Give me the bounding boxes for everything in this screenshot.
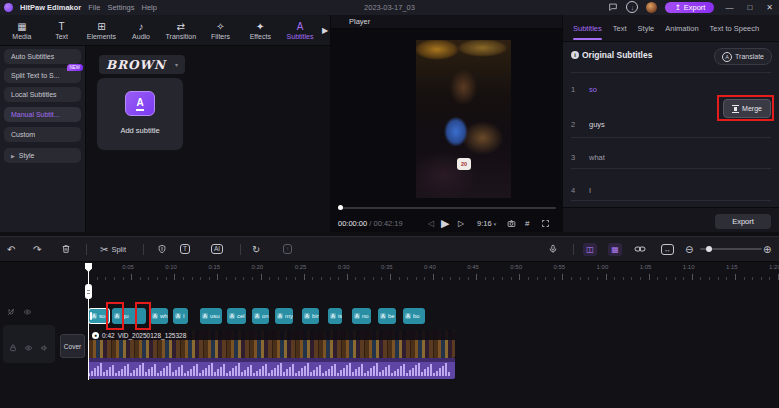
subtitle-clip[interactable]: Ais (328, 308, 342, 324)
video-clip-label[interactable]: ● 0:42 VID_20250128_125328 (88, 330, 455, 340)
panel-footer: Export (563, 207, 779, 232)
auto-snap-icon[interactable]: ▦ (608, 237, 622, 261)
menu-file[interactable]: File (88, 3, 100, 12)
tab-text-to-speech[interactable]: Text to Speech (710, 17, 760, 40)
subtitle-clip[interactable]: Amy (275, 308, 293, 324)
step-back-icon[interactable]: ◁ (428, 219, 434, 228)
ruler-tick (580, 277, 581, 280)
maximize-icon[interactable]: □ (744, 3, 755, 12)
replay-icon[interactable]: ↻ (252, 237, 260, 261)
user-avatar[interactable] (646, 2, 657, 13)
zoom-out-icon[interactable]: ⊖ (685, 237, 693, 261)
mask-icon[interactable] (157, 237, 167, 261)
zoom-slider[interactable] (700, 248, 762, 250)
titlebar: HitPaw Edimakor File Settings Help 2023-… (0, 0, 779, 15)
eye-icon[interactable] (23, 308, 32, 316)
subtitle-clip[interactable]: Acel (227, 308, 246, 324)
lock-icon[interactable] (9, 344, 17, 352)
tab-text[interactable]: Text (613, 17, 627, 40)
preset-dropdown[interactable]: BROWN ▾ (99, 55, 185, 74)
ribbon-tab-transition[interactable]: ⇄Transition (161, 21, 201, 40)
ruler-label: 0:55 (553, 264, 565, 270)
play-icon[interactable]: ▶ (441, 217, 449, 230)
sidebar-item-local-subtitles[interactable]: Local Subtitles (4, 87, 81, 102)
subtitle-clip[interactable]: Agu (112, 308, 146, 324)
subtitle-row-2[interactable]: 2guys (571, 115, 771, 133)
export-button-top[interactable]: ↥Export (665, 2, 714, 13)
fit-timeline-icon[interactable]: ↔ (661, 237, 674, 261)
clip-audio-icon[interactable]: ● (92, 332, 99, 339)
sidebar-item-split-text[interactable]: Split Text to S...NEW (4, 68, 81, 83)
ribbon-tab-text[interactable]: TText (42, 21, 82, 40)
subtitle-clip[interactable]: Ano (352, 308, 371, 324)
subtitle-clip[interactable]: Abo (403, 308, 425, 324)
eye-icon[interactable] (24, 344, 33, 352)
redo-icon[interactable]: ↷ (33, 237, 41, 261)
video-preview[interactable]: 20 (416, 40, 511, 198)
subtitle-clip[interactable]: Awh (150, 308, 168, 324)
undo-icon[interactable]: ↶ (7, 237, 15, 261)
cover-button[interactable]: Cover (60, 334, 85, 358)
sidebar-item-style[interactable]: ▶Style (4, 148, 81, 163)
subtitle-row-1[interactable]: 1so (571, 80, 771, 98)
close-icon[interactable]: ✕ (763, 3, 776, 12)
snapshot-icon[interactable] (507, 219, 516, 228)
link-icon[interactable] (634, 237, 646, 261)
subtitle-clip[interactable]: Abir (302, 308, 319, 324)
translate-button[interactable]: A Translate (714, 48, 772, 65)
zoom-slider-thumb[interactable] (706, 246, 712, 252)
audio-waveform[interactable] (88, 358, 455, 379)
grid-icon[interactable]: # (525, 219, 529, 228)
text-box-icon[interactable]: T (180, 237, 190, 261)
ribbon-tab-elements[interactable]: ⊞Elements (81, 21, 121, 40)
sidebar-item-auto-subtitles[interactable]: Auto Subtitles (4, 49, 81, 64)
waveform-bar (148, 369, 150, 376)
subtitle-clip[interactable]: Aso (88, 308, 110, 324)
playhead-line[interactable] (88, 263, 89, 380)
ai-caption-icon[interactable]: AI (211, 237, 223, 261)
subtitle-clip[interactable]: Ausu (200, 308, 222, 324)
fullscreen-icon[interactable] (541, 219, 550, 228)
zoom-in-icon[interactable]: ⊕ (763, 237, 771, 261)
sidebar-item-custom[interactable]: Custom (4, 127, 81, 142)
magnet-icon[interactable] (7, 308, 15, 316)
menu-settings[interactable]: Settings (107, 3, 134, 12)
subtitle-clip[interactable]: Abe (378, 308, 396, 324)
download-icon[interactable]: ↓ (626, 1, 638, 13)
subtitle-clip[interactable]: Aon (252, 308, 269, 324)
upload-icon[interactable]: ↑ (283, 237, 292, 261)
minimize-icon[interactable]: — (722, 3, 736, 12)
aspect-ratio-dropdown[interactable]: 9:16 ▾ (477, 219, 496, 228)
delete-icon[interactable] (61, 237, 71, 261)
microphone-icon[interactable] (548, 237, 558, 261)
ribbon-expand-icon[interactable]: ▶ (322, 26, 328, 35)
ribbon-tab-media[interactable]: ▦Media (2, 21, 42, 40)
ribbon-tab-subtitles[interactable]: ASubtitles (280, 21, 320, 40)
tab-subtitles[interactable]: Subtitles (573, 17, 602, 40)
export-button[interactable]: Export (715, 214, 771, 229)
tab-animation[interactable]: Animation (665, 17, 698, 40)
sidebar-item-manual-subtitles[interactable]: Manual Subtit... (4, 107, 81, 122)
subtitle-row-3[interactable]: 3what (571, 148, 771, 166)
split-button[interactable]: ✂Split (100, 237, 126, 261)
player-seekbar[interactable] (338, 207, 556, 209)
link-off-icon[interactable]: ◫ (583, 237, 597, 261)
ribbon-tab-effects[interactable]: ✦Effects (240, 21, 280, 40)
waveform-bar (175, 370, 177, 376)
seekbar-thumb[interactable] (338, 205, 343, 210)
feedback-icon[interactable] (608, 2, 618, 12)
ribbon-tab-filters[interactable]: ✧Filters (201, 21, 241, 40)
ruler-tick (416, 277, 417, 280)
ribbon-tab-audio[interactable]: ♪Audio (121, 21, 161, 40)
menu-help[interactable]: Help (141, 3, 156, 12)
step-forward-icon[interactable]: ▷ (458, 219, 464, 228)
tab-style[interactable]: Style (638, 17, 655, 40)
timeline-ruler[interactable]: 0:050:100:150:200:250:300:350:400:450:50… (0, 262, 779, 282)
speaker-icon[interactable] (40, 344, 49, 352)
subtitle-row-4[interactable]: 4I (571, 181, 771, 199)
add-subtitle-card[interactable]: A Add subtitle (97, 78, 183, 150)
subtitle-clip[interactable]: AI (173, 308, 188, 324)
playhead-grip[interactable] (85, 284, 92, 299)
ruler-tick (744, 277, 745, 280)
waveform-bar (298, 371, 300, 376)
